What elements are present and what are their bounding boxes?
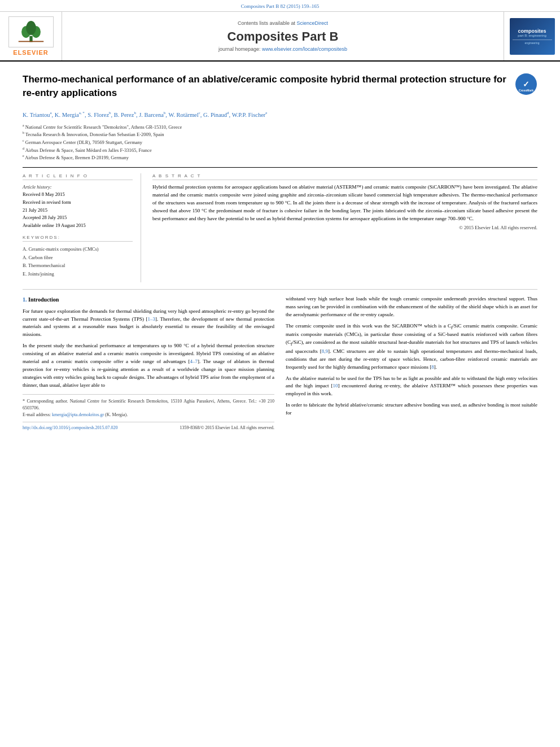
article-info-column: A R T I C L E I N F O Article history: R… [23,173,141,282]
main-content: Thermo-mechanical performance of an abla… [0,62,560,438]
author-j-barcena: J. Barcena [139,111,164,117]
author-k-mergia: K. Mergia [55,111,79,117]
sciencedirect-line: Contents lists available at ScienceDirec… [238,20,328,26]
author-wpp-fischer: W.P.P. Fischer [232,111,266,117]
intro-title: 1. Introduction [23,295,274,304]
intro-para-1: For future space exploration the demands… [23,308,274,339]
keyword-3: B. Thermomechanical [23,261,133,269]
journal-homepage: journal homepage: www.elsevier.com/locat… [218,46,347,52]
affiliations: a National Centre for Scientific Researc… [23,123,537,161]
sciencedirect-prefix: Contents lists available at [238,20,295,26]
email-link[interactable]: kmergia@ipta.demokritos.gr [52,412,104,417]
body-left-column: 1. Introduction For future space explora… [23,295,274,431]
svg-rect-4 [18,41,43,42]
article-title-section: Thermo-mechanical performance of an abla… [23,73,537,104]
email-label: E-mail address: [23,412,52,417]
affiliation-d: d Airbus Defense & Space, Saint Médard e… [23,146,537,154]
article-history: Article history: Received 8 May 2015 Rec… [23,184,133,230]
right-para-4: In order to fabricate the hybrid ablativ… [286,401,537,417]
affil-d: d [227,111,229,115]
abstract-text: Hybrid thermal protection systems for ae… [152,184,537,223]
article-title-wrapper: Thermo-mechanical performance of an abla… [23,73,509,104]
affil-c: c [199,111,200,115]
affil-e: e [265,111,267,115]
history-revised-date: 21 July 2015 [23,207,133,215]
composites-logo: composites part B: engineering engineeri… [510,18,555,55]
homepage-url[interactable]: www.elsevier.com/locate/compositesb [262,46,347,52]
history-accepted: Accepted 28 July 2015 [23,214,133,222]
article-info-heading: A R T I C L E I N F O [23,173,133,180]
intro-number: 1. [23,296,27,303]
intro-title-text: Introduction [28,296,59,303]
history-label: Article history: [23,184,133,191]
history-received: Received 8 May 2015 [23,191,133,199]
article-title: Thermo-mechanical performance of an abla… [23,73,509,100]
citation-bar: Composites Part B 82 (2015) 159–165 [0,0,560,12]
intro-para-2: In the present study the mechanical perf… [23,342,274,390]
elsevier-logo: ELSEVIER [8,16,54,56]
abstract-column: A B S T R A C T Hybrid thermal protectio… [152,173,537,282]
footnotes: * Corresponding author. National Centre … [23,394,274,418]
affiliation-a: a National Centre for Scientific Researc… [23,123,537,131]
body-content: 1. Introduction For future space explora… [23,295,537,431]
affil-b1: b [109,111,111,115]
elsevier-wordmark: ELSEVIER [13,49,48,56]
author-b-perez: B. Perez [114,111,134,117]
keywords-section: Keywords: A. Ceramic-matrix composites (… [23,235,133,278]
svg-point-3 [26,21,36,35]
affil-b2: b [134,111,136,115]
right-para-2: The ceramic composite used in this work … [286,322,537,372]
svg-text:CrossMark: CrossMark [519,89,533,92]
keyword-1: A. Ceramic-matrix composites (CMCs) [23,245,133,253]
keywords-list: A. Ceramic-matrix composites (CMCs) A. C… [23,245,133,278]
abstract-heading: A B S T R A C T [152,173,537,180]
crossmark-icon: ✓ CrossMark [515,73,537,95]
copyright-line: © 2015 Elsevier Ltd. All rights reserved… [152,225,537,230]
history-revised-label: Received in revised form [23,199,133,207]
homepage-label: journal homepage: [218,46,261,52]
journal-header: ELSEVIER Contents lists available at Sci… [0,12,560,62]
elsevier-tree-image [8,16,54,47]
author-g-pinaud: G. Pinaud [203,111,227,117]
keywords-heading: Keywords: [23,235,133,242]
history-online: Available online 19 August 2015 [23,222,133,230]
affil-b3: b [164,111,166,115]
affiliation-b: b Tecnalia Research & Innovation, Donost… [23,130,537,138]
doi-link[interactable]: http://dx.doi.org/10.1016/j.compositesb.… [23,425,118,431]
issn-copyright: 1359-8368/© 2015 Elsevier Ltd. All right… [180,425,274,431]
elsevier-logo-container: ELSEVIER [0,12,62,60]
affiliation-c: c German Aerospace Center (DLR), 70569 S… [23,138,537,146]
composites-logo-text: composites [518,28,546,34]
composites-logo-container: composites part B: engineering engineeri… [504,12,560,60]
authors-line: K. Triantoua, K. Mergiaa, *, S. Florezb,… [23,110,537,120]
journal-citation: Composites Part B 82 (2015) 159–165 [241,3,320,9]
journal-title: Composites Part B [228,29,339,44]
author-k-triantou: K. Triantou [23,111,50,117]
affil-a: a [50,111,51,115]
affil-a-star: a, * [79,111,85,115]
right-para-3: As the ablative material to be used for … [286,375,537,399]
keyword-2: A. Carbon fibre [23,254,133,261]
author-s-florez: S. Florez [88,111,109,117]
svg-text:✓: ✓ [523,80,530,89]
keyword-4: E. Joints/joining [23,270,133,278]
crossmark-logo[interactable]: ✓ CrossMark [515,73,537,95]
article-info-abstract: A R T I C L E I N F O Article history: R… [23,167,537,282]
bottom-links: http://dx.doi.org/10.1016/j.compositesb.… [23,422,274,431]
right-para-1: withstand very high surface heat loads w… [286,295,537,319]
composites-logo-subtitle: part B: engineering [518,34,546,37]
email-line: E-mail address: kmergia@ipta.demokritos.… [23,412,274,418]
sciencedirect-link[interactable]: ScienceDirect [297,20,329,26]
body-right-column: withstand very high surface heat loads w… [286,295,537,431]
affiliation-e: e Airbus Defense & Space, Bremen D-28199… [23,154,537,161]
section-divider [23,289,537,290]
author-w-rotarmel: W. Rotärmel [168,111,198,117]
corresponding-author-note: * Corresponding author. National Centre … [23,398,274,412]
header-center: Contents lists available at ScienceDirec… [62,12,504,60]
